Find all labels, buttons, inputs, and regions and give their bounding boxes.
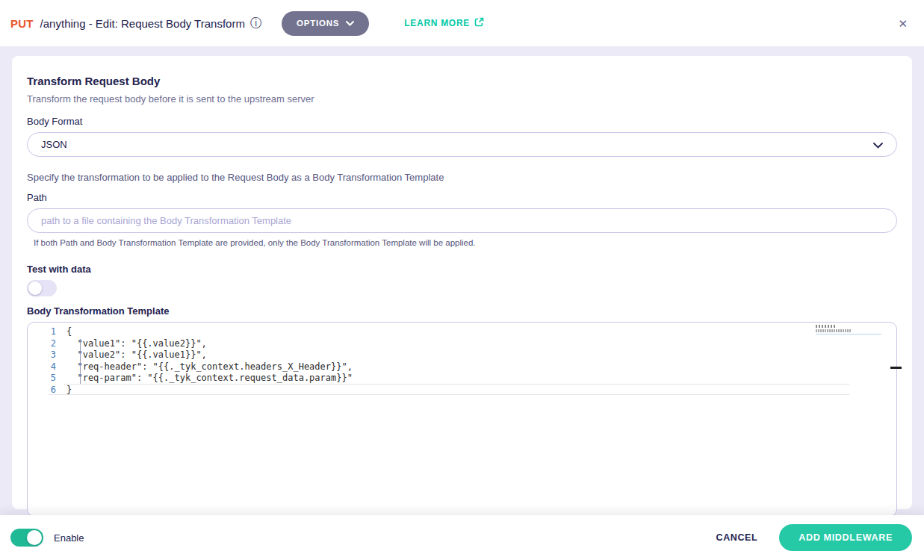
code-text: "value1": "{{.value2}}", <box>66 338 207 350</box>
options-button-label: OPTIONS <box>297 19 339 28</box>
code-text: "req-header": "{{._tyk_context.headers_X… <box>66 361 353 373</box>
code-text: "req-param": "{{._tyk_context.request_da… <box>66 373 353 385</box>
test-with-data-label: Test with data <box>27 264 897 275</box>
options-button[interactable]: OPTIONS <box>282 11 369 36</box>
code-line[interactable]: 2 "value1": "{{.value2}}", <box>28 338 896 350</box>
path-label: Path <box>27 192 897 203</box>
editor-minimap[interactable] <box>816 324 881 335</box>
page-title: /anything - Edit: Request Body Transform <box>40 17 245 30</box>
external-link-icon <box>474 17 484 29</box>
header-bar: PUT /anything - Edit: Request Body Trans… <box>0 0 924 46</box>
minimap-line <box>816 325 835 328</box>
learn-more-link[interactable]: LEARN MORE <box>404 17 484 29</box>
panel-title: Transform Request Body <box>27 75 897 87</box>
line-number: 3 <box>28 349 66 361</box>
http-method-badge: PUT <box>10 17 34 30</box>
code-text: { <box>66 326 72 338</box>
indent-guide <box>80 339 81 385</box>
enable-label: Enable <box>54 532 84 544</box>
middleware-panel: Transform Request Body Transform the req… <box>12 56 912 509</box>
line-number: 2 <box>28 338 66 350</box>
code-editor[interactable]: 1 { 2 "value1": "{{.value2}}", 3 "value2… <box>27 322 897 515</box>
line-number: 4 <box>28 361 66 373</box>
editor-row-divider <box>49 394 849 395</box>
body-format-select[interactable]: JSON <box>27 132 897 157</box>
editor-row-divider <box>63 384 849 385</box>
path-helper-text: If both Path and Body Transformation Tem… <box>27 238 897 247</box>
close-icon[interactable]: ✕ <box>895 15 911 32</box>
toggle-knob <box>28 281 42 295</box>
transform-hint-text: Specify the transformation to be applied… <box>27 172 897 183</box>
editor-scrollbar[interactable] <box>890 367 902 369</box>
body-format-label: Body Format <box>27 116 897 127</box>
learn-more-label: LEARN MORE <box>404 18 470 28</box>
line-number: 5 <box>28 373 66 385</box>
path-input[interactable] <box>27 208 897 233</box>
line-number: 1 <box>28 326 66 338</box>
toggle-knob <box>27 530 42 545</box>
code-line[interactable]: 5 "req-param": "{{._tyk_context.request_… <box>28 373 896 385</box>
enable-toggle[interactable] <box>10 529 43 547</box>
chevron-down-icon <box>346 19 354 28</box>
minimap-line <box>816 329 852 332</box>
code-text: "value2": "{{.value1}}", <box>66 349 207 361</box>
chevron-down-icon <box>873 138 883 152</box>
body-format-value: JSON <box>41 139 873 150</box>
panel-subtitle: Transform the request body before it is … <box>27 93 897 105</box>
content-background: Transform Request Body Transform the req… <box>0 46 924 515</box>
request-body-transform-screen: PUT /anything - Edit: Request Body Trans… <box>0 0 924 560</box>
code-line[interactable]: 4 "req-header": "{{._tyk_context.headers… <box>28 361 896 373</box>
info-icon[interactable]: ⓘ <box>250 17 262 29</box>
code-line[interactable]: 3 "value2": "{{.value1}}", <box>28 349 896 361</box>
footer-bar: Enable CANCEL ADD MIDDLEWARE <box>0 515 924 560</box>
cancel-button[interactable]: CANCEL <box>716 532 758 543</box>
code-line[interactable]: 1 { <box>28 326 896 338</box>
template-label: Body Transformation Template <box>27 305 897 317</box>
test-with-data-toggle[interactable] <box>27 280 57 296</box>
add-middleware-button[interactable]: ADD MIDDLEWARE <box>779 524 912 551</box>
